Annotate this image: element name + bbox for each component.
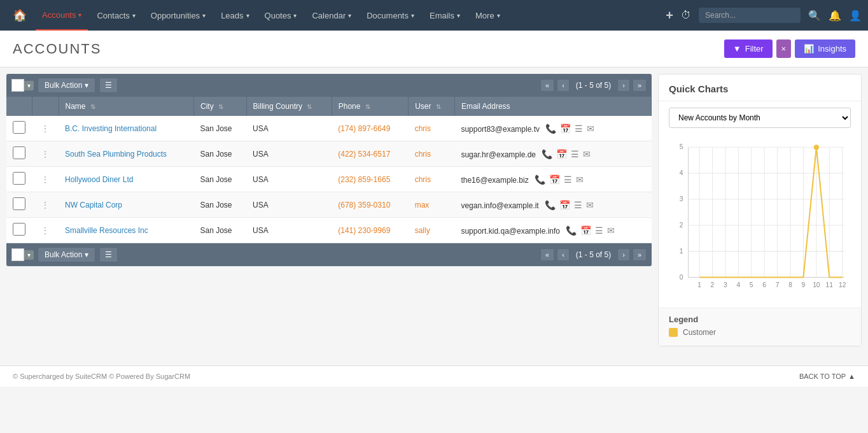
next-page-bottom-button[interactable]: › — [617, 248, 630, 261]
search-input[interactable] — [699, 8, 801, 23]
add-record-icon[interactable]: + — [666, 8, 673, 23]
user-link-3[interactable]: max — [415, 201, 430, 209]
drag-handle-3[interactable]: ⋮ — [38, 200, 52, 210]
th-phone[interactable]: Phone ⇅ — [332, 97, 408, 116]
calendar-action-icon-3[interactable]: 📅 — [559, 200, 570, 210]
filter-button[interactable]: ▼ Filter — [724, 39, 773, 58]
nav-opportunities[interactable]: Opportunities ▾ — [144, 0, 212, 31]
list-view-bottom-button[interactable]: ☰ — [99, 247, 118, 262]
drag-handle-0[interactable]: ⋮ — [38, 124, 52, 134]
account-name-link-0[interactable]: B.C. Investing International — [65, 124, 157, 133]
bulk-action-label: Bulk Action — [45, 81, 82, 90]
row-checkbox-2[interactable] — [13, 172, 25, 185]
drag-handle-1[interactable]: ⋮ — [38, 149, 52, 159]
user-link-0[interactable]: chris — [415, 124, 431, 133]
svg-text:1: 1 — [680, 248, 683, 255]
page-footer: © Supercharged by SuiteCRM © Powered By … — [0, 366, 868, 387]
chart-select-wrap: New Accounts by Month — [659, 101, 861, 134]
row-email-0: support83@example.tv 📞 📅 ☰ ✉ — [454, 116, 651, 141]
calendar-action-icon-1[interactable]: 📅 — [556, 149, 567, 159]
nav-calendar[interactable]: Calendar ▾ — [305, 0, 358, 31]
phone-action-icon-1[interactable]: 📞 — [542, 149, 552, 159]
user-link-1[interactable]: chris — [415, 150, 431, 159]
email-action-icon-3[interactable]: ✉ — [586, 200, 594, 210]
first-page-button[interactable]: « — [540, 79, 554, 92]
user-icon[interactable]: 👤 — [849, 10, 862, 22]
svg-text:7: 7 — [776, 281, 780, 288]
notification-icon[interactable]: 🔔 — [829, 10, 841, 22]
nav-accounts[interactable]: Accounts ▾ — [36, 0, 88, 31]
list-action-icon-4[interactable]: ☰ — [595, 225, 603, 236]
nav-emails[interactable]: Emails ▾ — [423, 0, 466, 31]
search-icon[interactable]: 🔍 — [808, 10, 821, 22]
th-name[interactable]: Name ⇅ — [59, 97, 193, 116]
next-page-button[interactable]: › — [617, 79, 630, 92]
row-name-2: Hollywood Diner Ltd — [59, 167, 193, 192]
last-page-button[interactable]: » — [633, 79, 647, 92]
back-to-top-button[interactable]: BACK TO TOP ▲ — [799, 373, 855, 380]
row-name-0: B.C. Investing International — [59, 116, 193, 141]
drag-handle-2[interactable]: ⋮ — [38, 174, 52, 185]
email-action-icon-0[interactable]: ✉ — [587, 124, 594, 134]
th-city[interactable]: City ⇅ — [193, 97, 246, 116]
nav-leads[interactable]: Leads ▾ — [214, 0, 255, 31]
email-action-icon-4[interactable]: ✉ — [607, 225, 615, 236]
select-all-checkbox[interactable] — [11, 79, 24, 92]
calendar-action-icon-4[interactable]: 📅 — [580, 225, 591, 236]
calendar-action-icon-2[interactable]: 📅 — [549, 174, 560, 185]
row-city-1: San Jose — [193, 141, 246, 167]
chart-type-select[interactable]: New Accounts by Month — [669, 108, 851, 128]
th-billing-country[interactable]: Billing Country ⇅ — [246, 97, 332, 116]
bulk-action-bottom-button[interactable]: Bulk Action ▾ — [38, 247, 95, 262]
user-link-4[interactable]: sally — [415, 226, 430, 235]
account-name-link-1[interactable]: South Sea Plumbing Products — [65, 150, 167, 159]
account-name-link-2[interactable]: Hollywood Diner Ltd — [65, 175, 133, 184]
list-action-icon-2[interactable]: ☰ — [564, 174, 572, 185]
list-action-icon-3[interactable]: ☰ — [574, 200, 582, 210]
prev-page-bottom-button[interactable]: ‹ — [557, 248, 570, 261]
user-link-2[interactable]: chris — [415, 175, 431, 184]
row-checkbox-1[interactable] — [13, 146, 25, 159]
list-action-icon-0[interactable]: ☰ — [575, 124, 583, 134]
history-icon[interactable]: ⏱ — [681, 10, 691, 21]
row-checkbox-0[interactable] — [13, 121, 25, 134]
row-checkbox-4[interactable] — [13, 223, 25, 236]
nav-more[interactable]: More ▾ — [469, 0, 507, 31]
nav-opportunities-chevron: ▾ — [202, 12, 206, 19]
bulk-action-chevron: ▾ — [85, 81, 88, 90]
bulk-action-button[interactable]: Bulk Action ▾ — [38, 78, 95, 93]
prev-page-button[interactable]: ‹ — [557, 79, 570, 92]
svg-text:10: 10 — [813, 281, 820, 288]
select-all-bottom-checkbox[interactable] — [11, 248, 24, 261]
drag-handle-4[interactable]: ⋮ — [38, 225, 52, 236]
email-action-icon-2[interactable]: ✉ — [576, 174, 584, 185]
svg-text:5: 5 — [750, 281, 753, 288]
select-all-chevron[interactable]: ▾ — [24, 81, 34, 90]
home-icon[interactable]: 🏠 — [6, 8, 33, 22]
sort-arrows-user: ⇅ — [436, 103, 441, 110]
row-checkbox-3[interactable] — [13, 197, 25, 210]
list-view-button[interactable]: ☰ — [99, 78, 118, 93]
chart-point-10 — [814, 145, 819, 150]
phone-action-icon-0[interactable]: 📞 — [545, 124, 556, 134]
nav-quotes[interactable]: Quotes ▾ — [258, 0, 304, 31]
nav-documents[interactable]: Documents ▾ — [360, 0, 421, 31]
nav-quotes-label: Quotes — [265, 11, 291, 20]
account-name-link-3[interactable]: NW Capital Corp — [65, 201, 122, 209]
last-page-bottom-button[interactable]: » — [633, 248, 647, 261]
select-all-bottom-chevron[interactable]: ▾ — [24, 250, 34, 260]
phone-action-icon-4[interactable]: 📞 — [566, 225, 577, 236]
th-checkbox — [6, 97, 32, 116]
nav-contacts[interactable]: Contacts ▾ — [90, 0, 141, 31]
calendar-action-icon-0[interactable]: 📅 — [560, 124, 571, 134]
th-user[interactable]: User ⇅ — [409, 97, 455, 116]
insights-button[interactable]: 📊 Insights — [795, 39, 855, 58]
quick-charts-panel: Quick Charts New Accounts by Month 0 1 — [658, 74, 862, 346]
list-action-icon-1[interactable]: ☰ — [571, 149, 579, 159]
first-page-bottom-button[interactable]: « — [540, 248, 554, 261]
phone-action-icon-3[interactable]: 📞 — [545, 200, 556, 210]
filter-clear-button[interactable]: × — [776, 39, 792, 58]
email-action-icon-1[interactable]: ✉ — [583, 149, 591, 159]
phone-action-icon-2[interactable]: 📞 — [535, 174, 545, 185]
account-name-link-4[interactable]: Smallville Resources Inc — [65, 226, 148, 235]
